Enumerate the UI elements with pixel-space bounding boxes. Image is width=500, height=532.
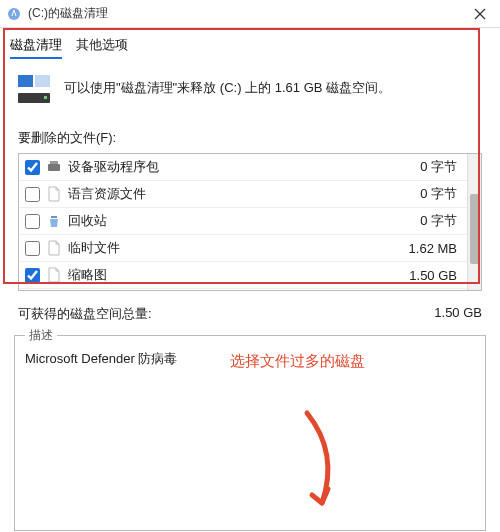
file-checkbox[interactable] (25, 187, 40, 202)
svg-rect-4 (35, 75, 50, 87)
close-button[interactable] (460, 0, 500, 28)
file-type-icon (46, 267, 62, 283)
titlebar: (C:)的磁盘清理 (0, 0, 500, 28)
tab-disk-cleanup[interactable]: 磁盘清理 (10, 36, 62, 59)
file-size: 1.62 MB (409, 241, 461, 256)
svg-rect-3 (18, 75, 33, 87)
file-row[interactable]: 缩略图1.50 GB (19, 262, 467, 289)
file-row[interactable]: 设备驱动程序包0 字节 (19, 154, 467, 181)
file-type-icon (46, 240, 62, 256)
file-size: 1.50 GB (409, 268, 461, 283)
file-checkbox[interactable] (25, 268, 40, 283)
file-type-icon (46, 159, 62, 175)
file-name: 缩略图 (68, 266, 409, 284)
file-name: 设备驱动程序包 (68, 158, 420, 176)
svg-rect-8 (50, 161, 58, 164)
description-fieldset: 描述 Microsoft Defender 防病毒 (14, 335, 486, 531)
tab-other-options[interactable]: 其他选项 (76, 36, 128, 59)
file-list: 设备驱动程序包0 字节语言资源文件0 字节回收站0 字节临时文件1.62 MB缩… (18, 153, 482, 291)
svg-rect-9 (51, 216, 57, 218)
file-row[interactable]: 临时文件1.62 MB (19, 235, 467, 262)
files-to-delete-label: 要删除的文件(F): (0, 113, 500, 153)
file-size: 0 字节 (420, 212, 461, 230)
drive-icon (18, 75, 50, 103)
file-row[interactable]: 回收站0 字节 (19, 208, 467, 235)
disk-cleanup-icon (6, 6, 22, 22)
total-value: 1.50 GB (434, 305, 482, 323)
file-checkbox[interactable] (25, 214, 40, 229)
scrollbar[interactable] (467, 154, 481, 290)
svg-rect-7 (48, 164, 60, 171)
file-row[interactable]: 语言资源文件0 字节 (19, 181, 467, 208)
file-type-icon (46, 213, 62, 229)
total-label: 可获得的磁盘空间总量: (18, 305, 152, 323)
file-type-icon (46, 186, 62, 202)
file-name: 临时文件 (68, 239, 409, 257)
file-name: 语言资源文件 (68, 185, 420, 203)
file-name: 回收站 (68, 212, 420, 230)
file-size: 0 字节 (420, 158, 461, 176)
svg-rect-6 (44, 96, 47, 99)
file-size: 0 字节 (420, 185, 461, 203)
info-message: 可以使用"磁盘清理"来释放 (C:) 上的 1.61 GB 磁盘空间。 (64, 79, 391, 97)
file-checkbox[interactable] (25, 241, 40, 256)
info-block: 可以使用"磁盘清理"来释放 (C:) 上的 1.61 GB 磁盘空间。 (0, 59, 500, 113)
window-title: (C:)的磁盘清理 (28, 5, 108, 22)
file-checkbox[interactable] (25, 160, 40, 175)
total-row: 可获得的磁盘空间总量: 1.50 GB (18, 305, 482, 323)
tabbar: 磁盘清理 其他选项 (0, 36, 500, 59)
description-text: Microsoft Defender 防病毒 (25, 350, 475, 368)
scrollbar-thumb[interactable] (470, 194, 479, 264)
description-legend: 描述 (25, 327, 57, 344)
